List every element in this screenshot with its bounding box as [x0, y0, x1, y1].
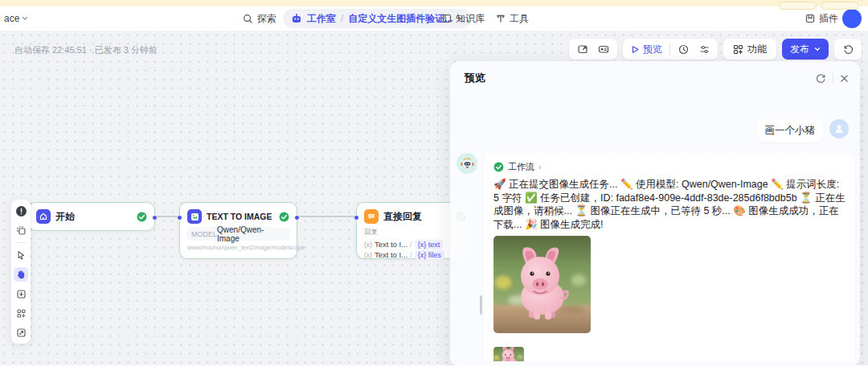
- output-port[interactable]: [152, 215, 158, 221]
- node-text-to-image[interactable]: TEXT TO IMAGE MODEL Qwen/Qwen-Image wwwz…: [179, 202, 297, 259]
- scrollbar[interactable]: [480, 295, 482, 315]
- banner-button[interactable]: [780, 2, 817, 10]
- cursor-icon: [16, 250, 26, 260]
- user-avatar[interactable]: [842, 9, 862, 28]
- person-icon: [833, 123, 845, 134]
- play-icon: [631, 45, 640, 54]
- fit-view-icon: [16, 328, 27, 338]
- info-circle-icon: [15, 205, 27, 217]
- record-button[interactable]: [593, 40, 614, 58]
- reply-row-tag: {x} text: [415, 240, 444, 249]
- model-value: Qwen/Qwen-Image: [217, 225, 285, 243]
- copy-button[interactable]: [14, 223, 28, 237]
- nav-tools[interactable]: 工具: [496, 12, 529, 26]
- breadcrumb-studio[interactable]: 工作室: [307, 12, 336, 26]
- plugin-icon: [805, 14, 815, 23]
- preview-panel: 预览 画一个小猪: [450, 61, 860, 366]
- close-icon[interactable]: [840, 74, 849, 83]
- history-button[interactable]: [837, 40, 858, 58]
- nav-explore[interactable]: 探索: [243, 12, 276, 26]
- canvas-toolbar: 预览 功能 发布: [569, 39, 862, 60]
- workspace-switcher[interactable]: ace: [4, 13, 28, 24]
- notice-banner: [0, 0, 868, 6]
- input-port[interactable]: [354, 215, 359, 221]
- output-port[interactable]: [294, 215, 300, 221]
- robot-icon: [461, 158, 474, 170]
- bottom-strip: [0, 365, 868, 371]
- chevron-down-icon: [814, 46, 821, 52]
- preview-button-label: 预览: [643, 43, 662, 56]
- preview-panel-title: 预览: [465, 71, 816, 85]
- export-icon: [577, 43, 588, 55]
- bot-avatar: [457, 153, 477, 174]
- history-icon: [843, 44, 854, 55]
- nav-knowledge-label: 知识库: [456, 12, 485, 26]
- variable-icon: (x): [364, 251, 372, 259]
- fit-view-button[interactable]: [14, 325, 28, 340]
- bot-icon: [291, 14, 302, 23]
- node-start[interactable]: 开始: [28, 202, 155, 231]
- tti-node-title: TEXT TO IMAGE: [207, 212, 274, 221]
- import-button[interactable]: [14, 286, 28, 301]
- model-label: MODEL: [191, 230, 217, 238]
- reply-row-tag: {x} files: [415, 250, 444, 260]
- camera-icon: [598, 43, 609, 55]
- workflow-badge-label: 工作流: [508, 161, 534, 173]
- settings-button[interactable]: [694, 40, 714, 58]
- timer-button[interactable]: [673, 40, 694, 58]
- sliders-icon: [699, 44, 710, 55]
- bot-message-card: 工作流 › 🚀 正在提交图像生成任务... ✏️ 使用模型: Qwen/Qwen…: [484, 153, 855, 361]
- publish-button[interactable]: 发布: [782, 39, 829, 60]
- home-icon: [39, 212, 47, 221]
- nav-tools-label: 工具: [510, 12, 529, 26]
- preview-panel-header: 预览: [450, 61, 860, 90]
- refresh-icon[interactable]: [816, 73, 826, 84]
- user-chat-avatar: [829, 119, 849, 138]
- workflow-badge[interactable]: 工作流 ›: [493, 161, 541, 173]
- autosave-status: 自动保存 22:45:51 · 已发布 3 分钟前: [14, 44, 158, 56]
- generated-pig-image[interactable]: [493, 236, 591, 333]
- pan-tool-button[interactable]: [14, 267, 28, 282]
- bot-message-text: 🚀 正在提交图像生成任务... ✏️ 使用模型: Qwen/Qwen-Image…: [493, 178, 845, 231]
- reply-row-separator: /: [410, 250, 412, 259]
- layout-grid-icon: [733, 44, 743, 55]
- reply-row-source: Text to I...: [375, 250, 407, 259]
- clock-icon: [678, 44, 689, 55]
- preview-button[interactable]: 预览: [626, 43, 667, 56]
- export-button[interactable]: [572, 40, 593, 58]
- tti-node-icon: [187, 209, 202, 224]
- user-message-row: 画一个小猪: [757, 119, 850, 142]
- copy-icon: [16, 225, 27, 236]
- top-navigation: ace 探索 工作室 / 自定义文生图插件验证... 知识库 工具 插件: [0, 6, 868, 31]
- chat-area: 画一个小猪 工作流: [450, 90, 860, 361]
- edge-start-to-tti: [155, 216, 179, 217]
- functions-button[interactable]: 功能: [727, 43, 773, 56]
- bot-message-row: 工作流 › 🚀 正在提交图像生成任务... ✏️ 使用模型: Qwen/Qwen…: [457, 153, 855, 361]
- add-node-button[interactable]: [14, 204, 28, 218]
- chat-icon: [367, 212, 375, 221]
- nav-plugin[interactable]: 插件: [805, 12, 838, 26]
- input-port[interactable]: [177, 215, 182, 221]
- check-circle-icon: [279, 212, 289, 222]
- nav-plugin-label: 插件: [819, 12, 838, 26]
- reply-node-title: 直接回复: [383, 210, 451, 224]
- auto-layout-button[interactable]: [14, 306, 28, 320]
- banner-button[interactable]: [821, 2, 858, 10]
- nav-knowledge[interactable]: 知识库: [442, 12, 485, 26]
- generated-pig-thumbnail[interactable]: [493, 347, 524, 361]
- nav-explore-label: 探索: [257, 12, 276, 26]
- publish-button-label: 发布: [790, 43, 809, 56]
- image-icon: [190, 212, 199, 221]
- reply-node-icon: [364, 209, 379, 224]
- import-icon: [16, 289, 27, 299]
- tti-node-footer: wwwzhouhui/qwen_text2image/modelscope: [180, 241, 297, 256]
- select-tool-button[interactable]: [14, 248, 28, 262]
- reply-row-source: Text to I...: [375, 240, 407, 249]
- model-row: MODEL Qwen/Qwen-Image: [186, 227, 290, 241]
- tools-icon: [496, 14, 506, 23]
- functions-button-label: 功能: [747, 43, 767, 56]
- start-node-icon: [36, 209, 51, 224]
- auto-layout-icon: [16, 308, 27, 319]
- breadcrumb-project[interactable]: 自定义文生图插件验证...: [348, 12, 452, 26]
- edge-tti-to-reply: [297, 216, 356, 217]
